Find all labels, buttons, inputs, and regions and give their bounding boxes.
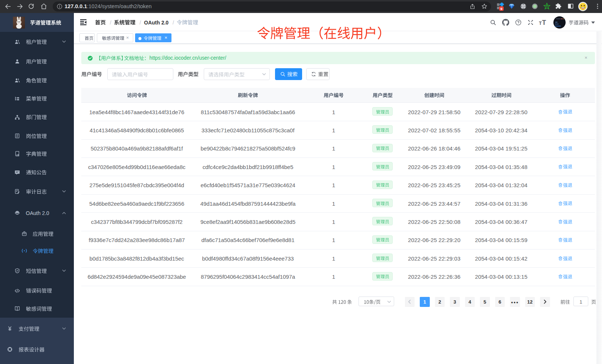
svg-text:T: T (539, 21, 542, 26)
svg-text:T: T (542, 19, 546, 26)
svg-text:9: 9 (500, 7, 502, 11)
